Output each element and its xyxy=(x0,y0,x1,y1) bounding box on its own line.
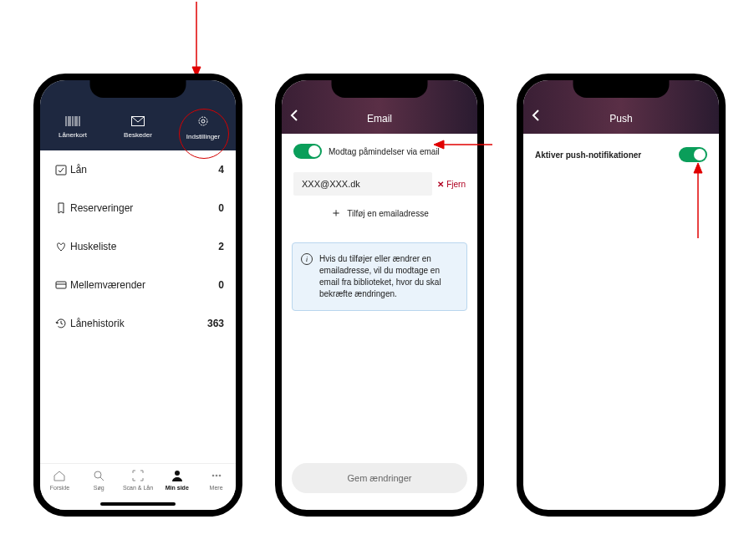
menu-item-mellemvarender[interactable]: Mellemværender 0 xyxy=(52,266,224,304)
tab-lanerkort[interactable]: Lånerkort xyxy=(40,104,105,150)
remove-label: Fjern xyxy=(446,180,466,189)
info-box: i Hvis du tilføjer eller ændrer en email… xyxy=(292,242,467,311)
menu-count: 0 xyxy=(218,279,224,291)
phone-notch xyxy=(332,78,428,98)
add-email-button[interactable]: ＋ Tilføj en emailadresse xyxy=(282,196,477,231)
bottom-nav-label: Søg xyxy=(94,485,104,491)
svg-rect-12 xyxy=(56,165,66,175)
calendar-check-icon xyxy=(52,164,70,176)
remove-email-button[interactable]: ✕ Fjern xyxy=(437,180,466,189)
menu-list: Lån 4 Reserveringer 0 Huskeliste 2 xyxy=(40,150,236,343)
user-icon xyxy=(171,469,184,483)
bottom-nav-label: Mere xyxy=(210,485,223,491)
scan-icon xyxy=(131,469,145,483)
envelope-icon xyxy=(131,116,145,128)
toggle-label: Modtag påmindelser via email xyxy=(329,147,440,156)
phone-notch xyxy=(573,78,670,98)
menu-count: 2 xyxy=(218,241,224,252)
bottom-nav-label: Min side xyxy=(166,485,189,491)
svg-point-10 xyxy=(199,117,207,125)
push-toggle-row: Aktiver push-notifikationer xyxy=(523,134,719,176)
menu-label: Mellemværender xyxy=(70,279,218,291)
email-field-row: ✕ Fjern xyxy=(293,172,466,196)
svg-point-19 xyxy=(215,475,217,477)
menu-label: Huskeliste xyxy=(70,241,218,252)
tab-label: Beskeder xyxy=(124,131,152,139)
menu-item-lanehistorik[interactable]: Lånehistorik 363 xyxy=(52,304,224,343)
page-title: Push xyxy=(523,113,719,125)
bottom-nav-forside[interactable]: Forside xyxy=(40,469,79,510)
svg-point-15 xyxy=(94,471,101,478)
menu-label: Lån xyxy=(70,164,218,176)
info-text: Hvis du tilføjer eller ændrer en emailad… xyxy=(319,254,441,298)
menu-count: 363 xyxy=(207,318,224,329)
svg-marker-22 xyxy=(434,140,444,149)
page-title: Email xyxy=(282,113,477,125)
menu-label: Reserveringer xyxy=(70,202,218,214)
save-label: Gem ændringer xyxy=(347,473,411,483)
gear-icon xyxy=(196,115,210,130)
toggle-label: Aktiver push-notifikationer xyxy=(535,150,641,160)
bottom-nav-label: Scan & Lån xyxy=(123,485,153,491)
save-button[interactable]: Gem ændringer xyxy=(292,463,467,493)
history-icon xyxy=(52,318,70,329)
phone-push-settings: Push Aktiver push-notifikationer xyxy=(517,74,726,517)
menu-item-huskeliste[interactable]: Huskeliste 2 xyxy=(52,227,224,266)
svg-point-18 xyxy=(211,475,214,477)
plus-icon: ＋ xyxy=(330,206,342,221)
add-email-label: Tilføj en emailadresse xyxy=(347,209,428,218)
info-icon: i xyxy=(301,253,313,265)
tab-label: Indstillinger xyxy=(186,133,220,140)
menu-count: 0 xyxy=(218,202,224,214)
more-icon xyxy=(210,469,223,483)
svg-line-16 xyxy=(100,477,104,481)
svg-marker-24 xyxy=(694,163,702,173)
phone-min-side: Lånerkort Beskeder Indstillinger xyxy=(33,74,242,517)
phone-notch xyxy=(90,78,186,98)
menu-count: 4 xyxy=(218,164,224,176)
heart-icon xyxy=(52,241,70,252)
svg-point-17 xyxy=(175,471,180,476)
menu-label: Lånehistorik xyxy=(70,318,207,329)
bookmark-icon xyxy=(52,202,70,214)
close-icon: ✕ xyxy=(437,180,444,189)
menu-item-reserveringer[interactable]: Reserveringer 0 xyxy=(52,189,224,227)
tab-indstillinger[interactable]: Indstillinger xyxy=(171,104,236,150)
back-button[interactable] xyxy=(532,109,540,125)
barcode-icon xyxy=(65,116,80,128)
home-icon xyxy=(53,469,66,483)
search-icon xyxy=(92,469,105,483)
svg-rect-13 xyxy=(56,282,66,288)
card-icon xyxy=(52,279,70,291)
email-input[interactable] xyxy=(293,172,432,196)
email-reminders-toggle[interactable] xyxy=(293,144,322,159)
tab-label: Lånerkort xyxy=(59,131,87,139)
bottom-nav-label: Forside xyxy=(50,485,69,491)
back-button[interactable] xyxy=(290,109,298,125)
menu-item-lan[interactable]: Lån 4 xyxy=(52,150,224,189)
push-toggle[interactable] xyxy=(679,147,707,162)
svg-point-20 xyxy=(218,475,221,477)
bottom-nav-mere[interactable]: Mere xyxy=(196,469,236,510)
tab-beskeder[interactable]: Beskeder xyxy=(105,104,171,150)
home-indicator xyxy=(100,502,176,506)
svg-point-11 xyxy=(201,120,205,123)
